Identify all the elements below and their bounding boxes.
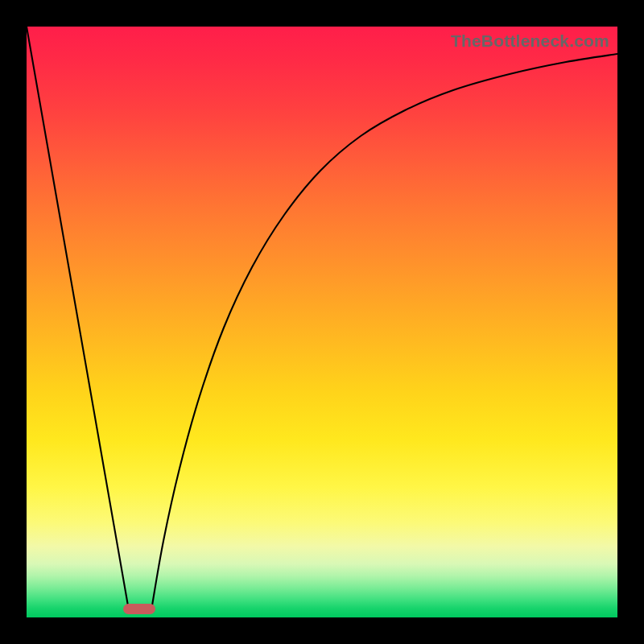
min-marker <box>123 604 155 614</box>
plot-area: TheBottleneck.com <box>27 27 617 617</box>
left-line-path <box>27 27 129 610</box>
chart-frame: TheBottleneck.com <box>0 0 644 644</box>
watermark-text: TheBottleneck.com <box>451 31 609 51</box>
curve-layer <box>27 27 617 617</box>
right-curve-path <box>151 54 617 610</box>
